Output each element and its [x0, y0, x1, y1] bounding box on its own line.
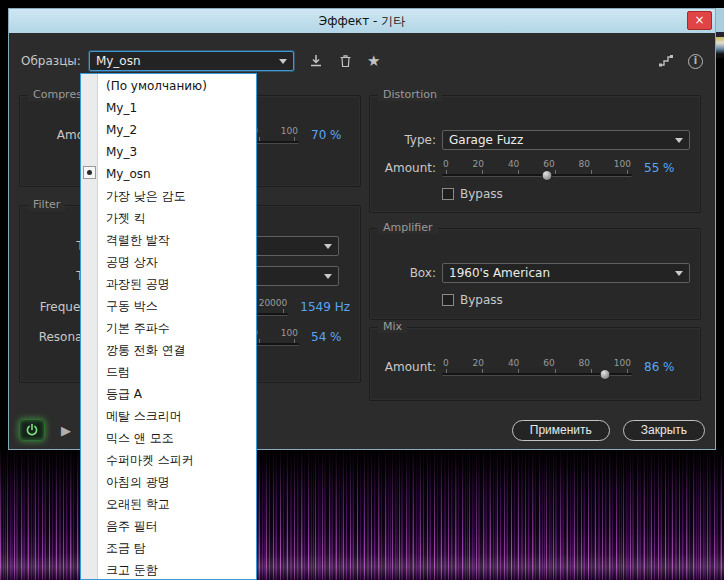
- preset-option[interactable]: 크고 둔함: [99, 559, 256, 580]
- star-icon: ★: [367, 54, 380, 69]
- tick-label: 0: [443, 358, 449, 368]
- chevron-down-icon: [279, 59, 287, 64]
- tick-label: 60: [543, 159, 554, 169]
- dialog-corner-tools: i: [644, 54, 703, 69]
- preset-option[interactable]: 기본 주파수: [99, 317, 256, 339]
- effect-power-toggle[interactable]: [19, 419, 45, 441]
- preset-option[interactable]: 구동 박스: [99, 295, 256, 317]
- amplifier-box-label: Box:: [380, 266, 436, 280]
- close-dialog-button[interactable]: Закрыть: [623, 420, 705, 441]
- distortion-type-combobox[interactable]: Garage Fuzz: [442, 130, 690, 150]
- chevron-down-icon: [324, 244, 332, 249]
- distortion-amount-value: 55 %: [644, 161, 675, 175]
- distortion-amount-slider[interactable]: 0 20 40 60 80 100: [442, 159, 632, 177]
- preset-option[interactable]: 등급 A: [99, 383, 256, 405]
- presets-toolbar: Образцы: My_osn ★: [9, 47, 715, 75]
- tick-label: 80: [578, 358, 589, 368]
- compressor-amount-value: 70 %: [311, 128, 342, 142]
- dropdown-items: (По умолчанию) My_1 My_2 My_3 My_osn 가장 …: [99, 75, 256, 580]
- distortion-type-label: Type:: [380, 133, 436, 147]
- dialog-titlebar[interactable]: Эффект - 기타 ×: [9, 9, 715, 33]
- tick-label: 60: [543, 358, 554, 368]
- distortion-group-title: Distortion: [378, 88, 442, 101]
- amplifier-bypass-label: Bypass: [460, 293, 503, 307]
- distortion-bypass-row: Bypass: [370, 187, 700, 201]
- tick-label: 80: [578, 159, 589, 169]
- amplifier-group: Amplifier Box: 1960's American Bypass: [369, 228, 701, 320]
- routing-button[interactable]: [658, 54, 674, 68]
- mix-amount-value: 86 %: [644, 360, 675, 374]
- mix-amount-slider[interactable]: 0 20 40 60 80 100: [442, 358, 632, 376]
- chevron-down-icon: [675, 271, 683, 276]
- preset-option[interactable]: 공명 상자: [99, 251, 256, 273]
- preset-option[interactable]: 아침의 광명: [99, 471, 256, 493]
- preset-option[interactable]: 믹스 앤 모조: [99, 427, 256, 449]
- preset-option[interactable]: 수퍼마켓 스피커: [99, 449, 256, 471]
- trash-icon: [338, 53, 353, 69]
- preset-option[interactable]: 격렬한 발작: [99, 229, 256, 251]
- screen: Эффект - 기타 × Образцы: My_osn: [0, 0, 724, 580]
- slider-handle[interactable]: [541, 170, 552, 181]
- amplifier-box-row: Box: 1960's American: [370, 263, 700, 283]
- preset-option[interactable]: 드럼: [99, 361, 256, 383]
- preset-option[interactable]: 가장 낮은 감도: [99, 185, 256, 207]
- preset-option[interactable]: (По умолчанию): [99, 75, 256, 97]
- distortion-group: Distortion Type: Garage Fuzz Amount: 0 2…: [369, 95, 701, 213]
- preset-option[interactable]: 가젯 킥: [99, 207, 256, 229]
- distortion-bypass-checkbox[interactable]: [442, 188, 454, 200]
- filter-frequency-value: 1549 Hz: [300, 300, 350, 314]
- amplifier-group-title: Amplifier: [378, 221, 438, 234]
- tick-label: 100: [614, 358, 631, 368]
- tick-label: 20: [473, 159, 484, 169]
- play-icon: ▶: [61, 423, 71, 438]
- preset-option[interactable]: 메탈 스크리머: [99, 405, 256, 427]
- tick-label: 100: [281, 328, 298, 338]
- distortion-bypass-label: Bypass: [460, 187, 503, 201]
- selected-preset-marker: [83, 166, 96, 179]
- distortion-amount-label: Amount:: [380, 161, 436, 175]
- preset-option[interactable]: 조금 탐: [99, 537, 256, 559]
- footer-buttons: Применить Закрыть: [512, 420, 705, 441]
- preset-option[interactable]: 오래된 학교: [99, 493, 256, 515]
- preset-combobox-value: My_osn: [96, 54, 141, 68]
- save-preset-button[interactable]: [308, 53, 324, 69]
- filter-group-title: Filter: [28, 198, 65, 211]
- apply-button[interactable]: Применить: [512, 420, 610, 441]
- tick-label: 100: [281, 126, 298, 136]
- info-button[interactable]: i: [688, 54, 703, 69]
- amplifier-box-combobox[interactable]: 1960's American: [442, 263, 690, 283]
- filter-resonance-value: 54 %: [311, 330, 342, 344]
- delete-preset-button[interactable]: [338, 53, 353, 69]
- close-icon: ×: [694, 13, 704, 27]
- dialog-title: Эффект - 기타: [319, 13, 405, 30]
- tick-label: 40: [508, 159, 519, 169]
- tick-label: 0: [443, 159, 449, 169]
- tick-label: 100: [614, 159, 631, 169]
- mix-amount-label: Amount:: [380, 360, 436, 374]
- amplifier-bypass-checkbox[interactable]: [442, 294, 454, 306]
- routing-icon: [658, 54, 674, 68]
- preset-option[interactable]: My_3: [99, 141, 256, 163]
- dropdown-gutter: [81, 74, 98, 579]
- preset-option[interactable]: 깡통 전화 연결: [99, 339, 256, 361]
- close-button[interactable]: ×: [687, 11, 712, 30]
- power-icon: [25, 423, 39, 437]
- presets-label: Образцы:: [21, 54, 81, 68]
- tick-label: 20000: [259, 298, 288, 308]
- distortion-amount-row: Amount: 0 20 40 60 80 100 55 %: [370, 159, 700, 177]
- preset-option-selected[interactable]: My_osn: [99, 163, 256, 185]
- preset-option[interactable]: 과장된 공명: [99, 273, 256, 295]
- distortion-type-row: Type: Garage Fuzz: [370, 130, 700, 150]
- slider-track[interactable]: [442, 174, 632, 177]
- mix-group-title: Mix: [378, 320, 407, 333]
- favorite-button[interactable]: ★: [367, 54, 380, 69]
- slider-handle[interactable]: [600, 369, 611, 380]
- preset-option[interactable]: My_1: [99, 97, 256, 119]
- distortion-type-value: Garage Fuzz: [449, 133, 523, 147]
- preview-play-button[interactable]: ▶: [61, 423, 71, 438]
- preset-dropdown-list: (По умолчанию) My_1 My_2 My_3 My_osn 가장 …: [80, 73, 257, 580]
- preset-option[interactable]: My_2: [99, 119, 256, 141]
- preset-combobox[interactable]: My_osn: [89, 51, 294, 71]
- preset-option[interactable]: 음주 필터: [99, 515, 256, 537]
- mix-amount-row: Amount: 0 20 40 60 80 100 86 %: [370, 358, 700, 376]
